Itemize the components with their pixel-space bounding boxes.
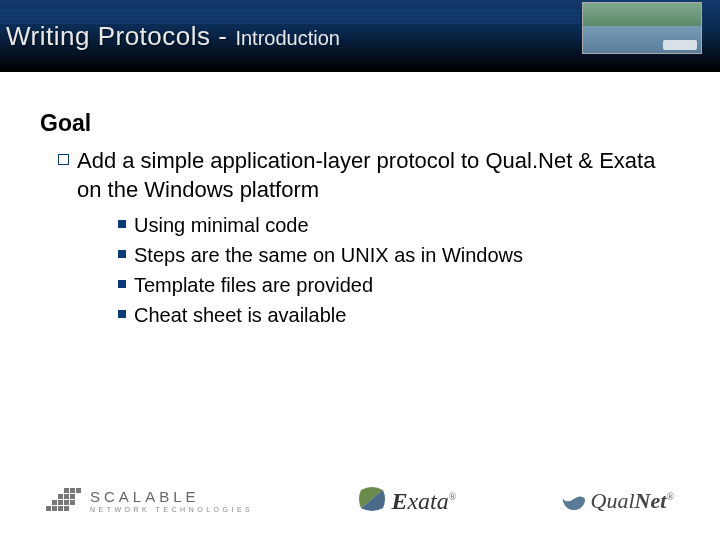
scalable-text: SCALABLE NETWORK TECHNOLOGIES (90, 489, 253, 513)
svg-rect-12 (70, 488, 75, 493)
svg-rect-5 (58, 500, 63, 505)
svg-rect-4 (52, 500, 57, 505)
list-item: Steps are the same on UNIX as in Windows (118, 242, 680, 268)
filled-square-icon (118, 220, 126, 228)
slide-content: Goal Add a simple application-layer prot… (0, 72, 720, 328)
sub-bullet-list: Using minimal code Steps are the same on… (118, 212, 680, 328)
exata-logo: EExataxata® (357, 484, 456, 518)
exata-text: EExataxata® (391, 488, 456, 515)
sub-bullet-text: Cheat sheet is available (134, 302, 346, 328)
filled-square-icon (118, 250, 126, 258)
sub-bullet-text: Using minimal code (134, 212, 309, 238)
main-bullet: Add a simple application-layer protocol … (58, 147, 680, 204)
scalable-icon (46, 488, 82, 514)
slide-header: Writing Protocols - Introduction (0, 0, 720, 72)
footer-logos: SCALABLE NETWORK TECHNOLOGIES EExataxata… (46, 484, 674, 518)
filled-square-icon (118, 310, 126, 318)
svg-rect-6 (64, 500, 69, 505)
slide-title: Writing Protocols - Introduction (6, 21, 340, 52)
filled-square-icon (118, 280, 126, 288)
main-bullet-text: Add a simple application-layer protocol … (77, 147, 680, 204)
list-item: Using minimal code (118, 212, 680, 238)
svg-rect-8 (58, 494, 63, 499)
sub-bullet-text: Steps are the same on UNIX as in Windows (134, 242, 523, 268)
scalable-line1: SCALABLE (90, 489, 253, 504)
qualnet-text: QualNet® (591, 488, 674, 514)
sub-bullet-text: Template files are provided (134, 272, 373, 298)
header-thumbnail (582, 2, 702, 54)
hollow-square-icon (58, 154, 69, 165)
svg-rect-11 (64, 488, 69, 493)
title-sub: Introduction (235, 27, 340, 50)
svg-rect-10 (70, 494, 75, 499)
qualnet-logo: QualNet® (561, 486, 674, 516)
list-item: Cheat sheet is available (118, 302, 680, 328)
scalable-line2: NETWORK TECHNOLOGIES (90, 506, 253, 513)
qualnet-n: Net (635, 488, 667, 513)
svg-rect-9 (64, 494, 69, 499)
svg-rect-2 (58, 506, 63, 511)
svg-rect-3 (64, 506, 69, 511)
list-item: Template files are provided (118, 272, 680, 298)
title-main: Writing Protocols - (6, 21, 227, 52)
scalable-logo: SCALABLE NETWORK TECHNOLOGIES (46, 488, 253, 514)
svg-rect-7 (70, 500, 75, 505)
qualnet-q: Qual (591, 488, 635, 513)
svg-rect-0 (46, 506, 51, 511)
svg-rect-13 (76, 488, 81, 493)
exata-swirl-icon (357, 484, 387, 518)
goal-heading: Goal (40, 110, 680, 137)
svg-rect-1 (52, 506, 57, 511)
qualnet-swirl-icon (561, 486, 587, 516)
